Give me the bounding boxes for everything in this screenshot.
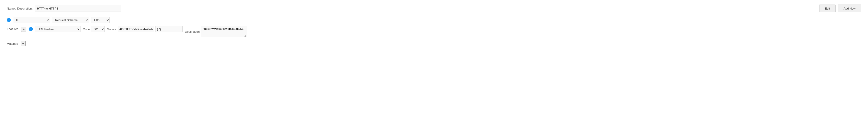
source-group: Source	[107, 26, 183, 32]
if-select[interactable]: IF	[13, 17, 50, 23]
name-description-label: Name / Description:	[7, 7, 33, 10]
main-content: i IF Request Scheme Http Features + i UR…	[7, 17, 861, 46]
code-select[interactable]: 301	[91, 26, 105, 32]
top-buttons-group: Edit Add New	[819, 4, 861, 12]
destination-label: Destination	[185, 30, 200, 33]
add-new-button[interactable]: Add New	[838, 4, 861, 12]
http-select[interactable]: Http	[92, 17, 110, 23]
matches-plus-button[interactable]: +	[21, 41, 26, 46]
matches-label: Matches	[7, 41, 18, 45]
feature-details: i URL Redirect Code 301 Source Destinati…	[29, 26, 246, 37]
if-info-icon[interactable]: i	[7, 18, 11, 22]
if-row: i IF Request Scheme Http	[7, 17, 861, 23]
matches-row: Matches +	[7, 40, 861, 46]
features-label: Features	[7, 26, 18, 31]
source-label: Source	[107, 27, 116, 31]
features-row: Features + i URL Redirect Code 301 Sourc…	[7, 26, 861, 37]
features-plus-button[interactable]: +	[21, 27, 26, 32]
url-redirect-select[interactable]: URL Redirect	[35, 26, 81, 32]
code-group: Code 301	[83, 26, 105, 32]
regex-input[interactable]	[156, 26, 183, 32]
feature-info-icon[interactable]: i	[29, 27, 33, 31]
destination-group: Destination https://www.staticwebsite.de…	[185, 26, 246, 37]
edit-button[interactable]: Edit	[819, 4, 836, 12]
if-dropdown: IF	[13, 17, 50, 23]
code-label: Code	[83, 27, 90, 31]
destination-textarea[interactable]: https://www.staticwebsite.de/$1	[201, 26, 246, 37]
source-input[interactable]	[118, 26, 154, 32]
name-description-input[interactable]	[35, 5, 121, 12]
request-scheme-select[interactable]: Request Scheme	[53, 17, 89, 23]
